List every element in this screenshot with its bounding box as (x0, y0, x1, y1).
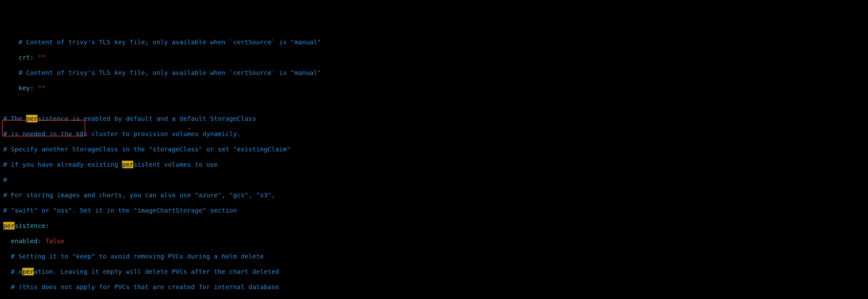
code-line: # Content of trivy's TLS key file, only … (3, 69, 868, 77)
search-highlight: per (22, 268, 34, 275)
code-line: # For storing images and charts, you can… (3, 191, 868, 199)
code-line: # The persistence is enabled by default … (3, 115, 868, 123)
code-line: # (3, 176, 868, 184)
code-line: persistence: (3, 222, 868, 229)
code-line: key: "" (3, 84, 868, 92)
code-line: # Content of trivy's TLS key file; only … (3, 38, 868, 46)
code-line: # operation. Leaving it empty will delet… (3, 268, 868, 275)
search-highlight: per (122, 161, 133, 168)
code-line: # Setting it to "keep" to avoid removing… (3, 252, 868, 260)
code-line: # (this does not apply for PVCs that are… (3, 283, 868, 291)
code-line: # if you have already existing persisten… (3, 161, 868, 168)
code-editor[interactable]: # Content of trivy's TLS key file; only … (3, 31, 868, 299)
code-line (3, 100, 868, 107)
search-highlight: per (26, 115, 37, 123)
search-highlight: per (3, 222, 14, 229)
code-line: crt: "" (3, 54, 868, 61)
code-line: # Specify another StorageClass in the "s… (3, 145, 868, 153)
code-line: # "swift" or "oss". Set it in the "image… (3, 207, 868, 214)
code-line: # is needed in the k8s cluster to provis… (3, 130, 868, 138)
code-line: enabled: false (3, 237, 868, 245)
